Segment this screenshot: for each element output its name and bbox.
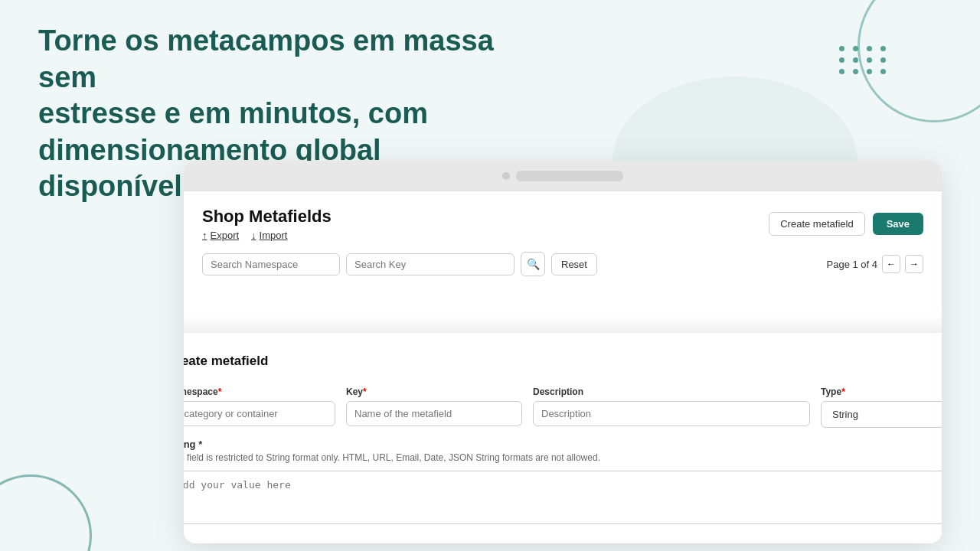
search-bar: 🔍 Reset Page 1 of 4 ← → xyxy=(202,252,923,276)
import-link[interactable]: ↓ Import xyxy=(251,230,287,241)
key-input[interactable] xyxy=(346,401,522,426)
pagination-next-button[interactable]: → xyxy=(905,255,923,273)
trash-icon: 🗑 xyxy=(940,354,942,370)
modal-form-row: Namespace* Key* Description xyxy=(184,386,942,428)
string-hint: This field is restricted to String forma… xyxy=(184,452,942,463)
browser-url-bar xyxy=(516,171,623,181)
browser-mockup: Shop Metafields ↑ Export ↓ Import Create… xyxy=(184,161,942,543)
browser-topbar xyxy=(184,161,942,191)
browser-dot-1 xyxy=(502,172,510,180)
import-arrow-icon: ↓ xyxy=(251,230,256,241)
browser-content: Shop Metafields ↑ Export ↓ Import Create… xyxy=(184,191,942,543)
namespace-input[interactable] xyxy=(184,401,335,426)
bg-circle-bottom-left xyxy=(0,474,92,551)
export-arrow-icon: ↑ xyxy=(202,230,207,241)
shop-header: Shop Metafields ↑ Export ↓ Import Create… xyxy=(202,207,923,241)
reset-button[interactable]: Reset xyxy=(551,253,597,276)
modal-header: Create metafield 🗑 xyxy=(184,350,942,373)
dots-grid-decoration xyxy=(839,46,888,74)
value-textarea[interactable] xyxy=(184,471,942,524)
description-input[interactable] xyxy=(533,401,810,426)
search-icon: 🔍 xyxy=(527,258,540,270)
shop-actions-left: ↑ Export ↓ Import xyxy=(202,230,332,241)
description-field-group: Description xyxy=(533,386,810,428)
shop-title: Shop Metafields xyxy=(202,207,332,227)
create-metafield-modal: Create metafield 🗑 Namespace* xyxy=(184,333,942,543)
export-link[interactable]: ↑ Export xyxy=(202,230,239,241)
description-label: Description xyxy=(533,386,810,397)
modal-overlay: Create metafield 🗑 Namespace* xyxy=(184,333,942,543)
pagination: Page 1 of 4 ← → xyxy=(827,255,924,273)
string-label: String * xyxy=(184,439,942,450)
namespace-field-group: Namespace* xyxy=(184,386,335,428)
pagination-prev-button[interactable]: ← xyxy=(882,255,900,273)
key-label: Key* xyxy=(346,386,522,397)
modal-title: Create metafield xyxy=(184,354,268,369)
type-select[interactable]: String Integer Boolean JSON Date URL Ema… xyxy=(821,401,942,428)
search-key-input[interactable] xyxy=(346,253,514,276)
delete-modal-button[interactable]: 🗑 xyxy=(936,350,942,373)
create-metafield-button[interactable]: Create metafield xyxy=(769,212,864,236)
string-section: String * This field is restricted to Str… xyxy=(184,439,942,527)
namespace-label: Namespace* xyxy=(184,386,335,397)
key-field-group: Key* xyxy=(346,386,522,428)
search-submit-button[interactable]: 🔍 xyxy=(521,252,545,276)
search-namespace-input[interactable] xyxy=(202,253,340,276)
type-field-group: Type* String Integer Boolean JSON Date U… xyxy=(821,386,942,428)
save-button[interactable]: Save xyxy=(873,213,923,235)
shop-actions-right: Create metafield Save xyxy=(769,212,923,236)
type-label: Type* xyxy=(821,386,942,397)
